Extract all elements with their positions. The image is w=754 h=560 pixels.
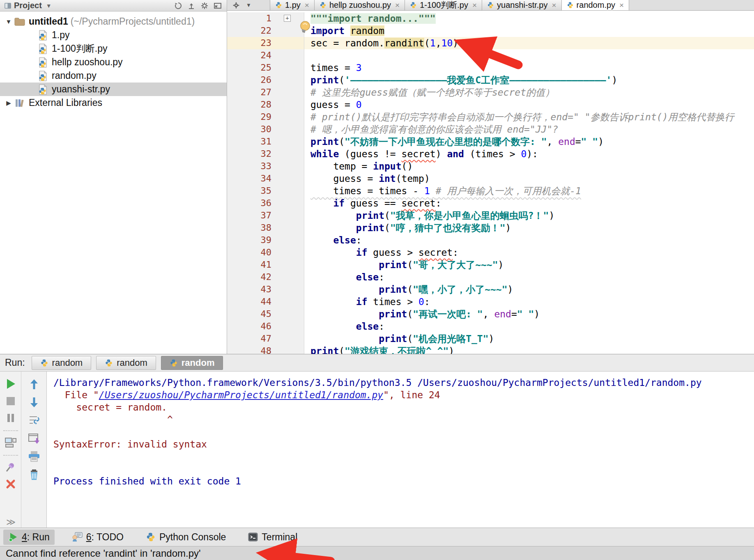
close-icon[interactable]: × (472, 1, 477, 10)
code-line[interactable]: 27# 这里先给guess赋值（赋一个绝对不等于secret的值） (227, 86, 754, 99)
tree-item-label: 1-100判断.py (52, 42, 108, 55)
code-line[interactable]: 40 if guess > secret: (227, 246, 754, 259)
console-line (53, 426, 754, 438)
tree-item-untitled1[interactable]: ▼untitled1(~/PycharmProjects/untitled1) (0, 15, 227, 28)
code-line[interactable]: 38 print("哼，猜中了也没有奖励！") (227, 222, 754, 234)
gutter-fold-strip (281, 333, 304, 345)
close-icon[interactable] (4, 477, 18, 491)
run-tool-window: Run: randomrandomrandom (0, 354, 754, 528)
editor-tab-random-py[interactable]: random.py× (562, 0, 630, 10)
run-tab-1[interactable]: random (32, 356, 92, 370)
chevron-down-icon[interactable]: ▼ (46, 2, 52, 9)
code-line[interactable]: 37 print("我草，你是小甲鱼心里的蛔虫吗?！") (227, 209, 754, 222)
fold-expand-icon[interactable]: + (284, 15, 291, 22)
editor-tab-yuanshi-str-py[interactable]: yuanshi-str.py× (482, 0, 562, 10)
gear-icon[interactable] (233, 2, 239, 9)
tree-item-external-libraries[interactable]: ▶External Libraries (0, 96, 227, 110)
code-line[interactable]: 45 print("再试一次吧: ", end=" ") (227, 308, 754, 320)
line-number: 38 (227, 222, 281, 234)
code-editor[interactable]: 1+"""import random..."""22import random2… (227, 11, 754, 354)
rerun-button[interactable] (4, 377, 18, 390)
project-panel-title[interactable]: Project ▼ (4, 1, 52, 10)
restore-layout-button[interactable] (4, 436, 18, 449)
line-number: 35 (227, 185, 281, 197)
code-line[interactable]: 23sec = random.randint(1,10) (227, 37, 754, 49)
code-line[interactable]: 26print('—————————————————我爱鱼C工作室———————… (227, 74, 754, 86)
toolwindow-button-label: Terminal (262, 532, 297, 543)
intention-bulb-icon[interactable] (298, 21, 311, 34)
run-tab-label: random (117, 358, 147, 368)
code-line[interactable]: 30# 嗯，小甲鱼觉得富有创意的你应该会尝试用 end="JJ"? (227, 123, 754, 135)
line-number: 43 (227, 283, 281, 296)
code-line[interactable]: 29# print()默认是打印完字符串会自动添加一个换行符，end=" "参数… (227, 111, 754, 123)
print-button[interactable] (27, 450, 41, 464)
code-line[interactable]: 24 (227, 49, 754, 62)
pycharm-window: Project ▼ ▼untitled1(~/PycharmProjects/u… (0, 0, 754, 560)
clear-all-button[interactable] (27, 468, 41, 482)
locate-file-icon[interactable] (186, 1, 196, 11)
code-line[interactable]: 43 print("嘿，小了，小了~~~") (227, 283, 754, 296)
toolwindow-button--todo[interactable]: 6: TODO (67, 530, 129, 545)
scroll-to-end-button[interactable] (27, 431, 41, 445)
code-line[interactable]: 44 if times > 0: (227, 296, 754, 308)
tree-item-random-py[interactable]: random.py (0, 69, 227, 83)
toolwindow-button-python-console[interactable]: Python Console (141, 530, 231, 545)
gutter-fold-strip (281, 111, 304, 123)
console-text: File " (53, 390, 99, 400)
code-line[interactable]: 47 print("机会用光咯T_T") (227, 333, 754, 345)
code-line[interactable]: 31print("不妨猜一下小甲鱼现在心里想的是哪个数字: ", end=" "… (227, 135, 754, 148)
code-line[interactable]: 42 else: (227, 271, 754, 283)
up-stack-trace-button[interactable] (27, 377, 41, 391)
tree-item-1-100-py[interactable]: 1-100判断.py (0, 42, 227, 55)
line-number: 1 (227, 12, 281, 25)
code-line[interactable]: 39 else: (227, 234, 754, 246)
code-line[interactable]: 48print("游戏结束，不玩啦^_^") (227, 345, 754, 354)
tree-item-1-py[interactable]: 1.py (0, 28, 227, 42)
code-line-text: if times > 0: (304, 296, 754, 308)
editor-tab-1-100-py[interactable]: 1-100判断.py× (405, 0, 482, 10)
code-line[interactable]: 34 guess = int(temp) (227, 172, 754, 185)
close-icon[interactable]: × (305, 1, 309, 10)
down-stack-trace-button[interactable] (27, 395, 41, 409)
tree-item-hellp-zuoshou-py[interactable]: hellp zuoshou.py (0, 55, 227, 69)
hide-panel-icon[interactable] (213, 1, 223, 11)
close-icon[interactable]: × (395, 1, 400, 10)
code-line[interactable]: 46 else: (227, 320, 754, 333)
pause-output-button[interactable] (4, 411, 18, 425)
toolwindow-button-terminal[interactable]: Terminal (243, 530, 302, 545)
code-line[interactable]: 33 temp = input() (227, 160, 754, 172)
code-line[interactable]: 25times = 3 (227, 62, 754, 74)
code-line[interactable]: 35 times = times - 1 # 用户每输入一次，可用机会就-1 (227, 185, 754, 197)
run-tab-2[interactable]: random (96, 356, 156, 370)
run-tab-3[interactable]: random (161, 356, 223, 370)
run-console-output: /Library/Frameworks/Python.framework/Ver… (47, 372, 754, 528)
close-icon[interactable]: × (619, 1, 624, 10)
editor-tab-1-py[interactable]: 1.py× (270, 0, 315, 10)
code-line[interactable]: 36 if guess == secret: (227, 197, 754, 209)
code-line-text: else: (304, 271, 754, 283)
code-line[interactable]: 41 print("哥，大了大了~~~") (227, 259, 754, 271)
gutter-fold-strip (281, 148, 304, 160)
soft-wrap-button[interactable] (27, 413, 41, 427)
gutter-fold-strip (281, 99, 304, 111)
line-number: 32 (227, 148, 281, 160)
expander-icon[interactable]: ▼ (3, 18, 14, 25)
tree-item-yuanshi-str-py[interactable]: yuanshi-str.py (0, 83, 227, 96)
toolwindow-button--run[interactable]: 4: Run (3, 530, 55, 545)
stop-button[interactable] (4, 395, 18, 408)
error-file-link[interactable]: /Users/zuoshou/PycharmProjects/untitled1… (99, 390, 383, 400)
chevron-down-icon[interactable]: ▼ (246, 2, 251, 8)
gutter-fold-strip (281, 296, 304, 308)
code-line[interactable]: 28guess = 0 (227, 99, 754, 111)
code-line[interactable]: 32while (guess != secret) and (times > 0… (227, 148, 754, 160)
code-line-text: print("再试一次吧: ", end=" ") (304, 308, 754, 320)
line-number: 24 (227, 49, 281, 62)
expander-icon[interactable]: ▶ (3, 99, 14, 107)
gear-icon[interactable] (200, 1, 209, 11)
refresh-icon[interactable] (173, 1, 183, 11)
close-icon[interactable]: × (552, 1, 556, 10)
editor-tab-hellp-zuoshou-py[interactable]: hellp zuoshou.py× (315, 0, 405, 10)
more-options-icon[interactable]: ≫ (6, 517, 15, 528)
pin-tab-button[interactable] (4, 461, 18, 474)
python-icon (146, 532, 156, 542)
